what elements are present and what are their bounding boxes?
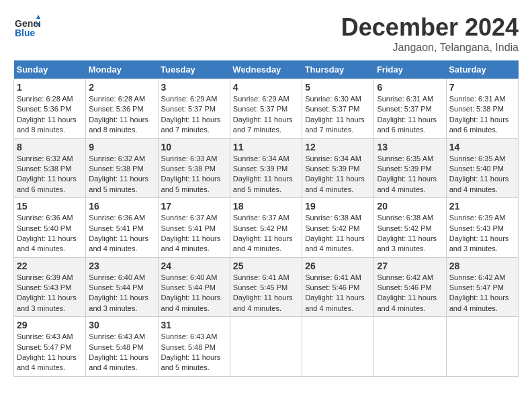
calendar-cell: 4 Sunrise: 6:29 AM Sunset: 5:37 PM Dayli…	[230, 79, 302, 139]
day-number: 21	[449, 201, 515, 212]
day-number: 10	[161, 142, 227, 152]
day-number: 16	[89, 201, 154, 212]
day-number: 4	[233, 82, 299, 93]
day-info: Sunrise: 6:43 AM Sunset: 5:47 PM Dayligh…	[17, 332, 83, 373]
col-header-tuesday: Tuesday	[158, 60, 230, 79]
calendar-cell: 11 Sunrise: 6:34 AM Sunset: 5:39 PM Dayl…	[230, 138, 302, 198]
day-info: Sunrise: 6:33 AM Sunset: 5:38 PM Dayligh…	[161, 154, 227, 195]
day-info: Sunrise: 6:32 AM Sunset: 5:38 PM Dayligh…	[89, 154, 154, 195]
day-info: Sunrise: 6:35 AM Sunset: 5:40 PM Dayligh…	[449, 154, 515, 195]
day-number: 3	[161, 82, 227, 93]
day-info: Sunrise: 6:36 AM Sunset: 5:41 PM Dayligh…	[89, 213, 154, 255]
day-info: Sunrise: 6:38 AM Sunset: 5:42 PM Dayligh…	[377, 213, 443, 255]
calendar-week-row: 15 Sunrise: 6:36 AM Sunset: 5:40 PM Dayl…	[14, 198, 519, 258]
day-info: Sunrise: 6:35 AM Sunset: 5:39 PM Dayligh…	[377, 154, 443, 195]
calendar-week-row: 29 Sunrise: 6:43 AM Sunset: 5:47 PM Dayl…	[14, 317, 519, 377]
day-info: Sunrise: 6:28 AM Sunset: 5:36 PM Dayligh…	[17, 94, 83, 136]
day-number: 1	[17, 82, 83, 93]
calendar-week-row: 22 Sunrise: 6:39 AM Sunset: 5:43 PM Dayl…	[14, 257, 519, 317]
day-number: 26	[305, 261, 371, 271]
col-header-thursday: Thursday	[302, 60, 374, 79]
title-section: December 2024 Jangaon, Telangana, India	[341, 13, 519, 54]
calendar-cell: 15 Sunrise: 6:36 AM Sunset: 5:40 PM Dayl…	[14, 198, 86, 258]
day-number: 29	[17, 320, 83, 330]
day-info: Sunrise: 6:39 AM Sunset: 5:43 PM Dayligh…	[17, 273, 83, 314]
calendar-cell: 12 Sunrise: 6:34 AM Sunset: 5:39 PM Dayl…	[302, 138, 374, 198]
logo: General Blue	[13, 13, 40, 43]
calendar-cell: 22 Sunrise: 6:39 AM Sunset: 5:43 PM Dayl…	[14, 257, 86, 317]
calendar-cell: 6 Sunrise: 6:31 AM Sunset: 5:37 PM Dayli…	[374, 79, 446, 139]
logo-icon: General Blue	[13, 13, 40, 43]
day-number: 6	[377, 82, 443, 93]
day-info: Sunrise: 6:39 AM Sunset: 5:43 PM Dayligh…	[449, 213, 515, 255]
day-info: Sunrise: 6:29 AM Sunset: 5:37 PM Dayligh…	[161, 94, 227, 136]
calendar-cell: 21 Sunrise: 6:39 AM Sunset: 5:43 PM Dayl…	[446, 198, 518, 258]
calendar-cell: 27 Sunrise: 6:42 AM Sunset: 5:46 PM Dayl…	[374, 257, 446, 317]
calendar-header-row: SundayMondayTuesdayWednesdayThursdayFrid…	[14, 60, 519, 79]
page-header: General Blue December 2024 Jangaon, Tela…	[13, 13, 519, 54]
calendar-cell: 20 Sunrise: 6:38 AM Sunset: 5:42 PM Dayl…	[374, 198, 446, 258]
calendar-cell: 14 Sunrise: 6:35 AM Sunset: 5:40 PM Dayl…	[446, 138, 518, 198]
calendar-cell: 25 Sunrise: 6:41 AM Sunset: 5:45 PM Dayl…	[230, 257, 302, 317]
calendar-cell: 13 Sunrise: 6:35 AM Sunset: 5:39 PM Dayl…	[374, 138, 446, 198]
calendar-cell: 2 Sunrise: 6:28 AM Sunset: 5:36 PM Dayli…	[86, 79, 158, 139]
day-number: 27	[377, 261, 443, 271]
day-info: Sunrise: 6:42 AM Sunset: 5:47 PM Dayligh…	[449, 273, 515, 314]
calendar-cell: 5 Sunrise: 6:30 AM Sunset: 5:37 PM Dayli…	[302, 79, 374, 139]
day-info: Sunrise: 6:40 AM Sunset: 5:44 PM Dayligh…	[161, 273, 227, 314]
calendar-cell: 8 Sunrise: 6:32 AM Sunset: 5:38 PM Dayli…	[14, 138, 86, 198]
day-number: 22	[17, 261, 83, 271]
calendar-cell: 23 Sunrise: 6:40 AM Sunset: 5:44 PM Dayl…	[86, 257, 158, 317]
col-header-wednesday: Wednesday	[230, 60, 302, 79]
day-info: Sunrise: 6:30 AM Sunset: 5:37 PM Dayligh…	[305, 94, 371, 136]
day-info: Sunrise: 6:42 AM Sunset: 5:46 PM Dayligh…	[377, 273, 443, 314]
calendar-cell	[230, 317, 302, 377]
calendar-cell: 17 Sunrise: 6:37 AM Sunset: 5:41 PM Dayl…	[158, 198, 230, 258]
day-number: 28	[449, 261, 515, 271]
day-info: Sunrise: 6:32 AM Sunset: 5:38 PM Dayligh…	[17, 154, 83, 195]
day-number: 14	[449, 142, 515, 152]
location: Jangaon, Telangana, India	[341, 42, 519, 54]
day-number: 30	[89, 320, 154, 330]
day-info: Sunrise: 6:38 AM Sunset: 5:42 PM Dayligh…	[305, 213, 371, 255]
calendar-cell: 18 Sunrise: 6:37 AM Sunset: 5:42 PM Dayl…	[230, 198, 302, 258]
calendar-cell	[446, 317, 518, 377]
day-number: 24	[161, 261, 227, 271]
day-number: 15	[17, 201, 83, 212]
day-info: Sunrise: 6:37 AM Sunset: 5:42 PM Dayligh…	[233, 213, 299, 255]
day-info: Sunrise: 6:41 AM Sunset: 5:45 PM Dayligh…	[233, 273, 299, 314]
day-info: Sunrise: 6:41 AM Sunset: 5:46 PM Dayligh…	[305, 273, 371, 314]
day-number: 7	[449, 82, 515, 93]
day-info: Sunrise: 6:37 AM Sunset: 5:41 PM Dayligh…	[161, 213, 227, 255]
day-info: Sunrise: 6:31 AM Sunset: 5:38 PM Dayligh…	[449, 94, 515, 136]
day-info: Sunrise: 6:34 AM Sunset: 5:39 PM Dayligh…	[305, 154, 371, 195]
day-number: 17	[161, 201, 227, 212]
day-info: Sunrise: 6:40 AM Sunset: 5:44 PM Dayligh…	[89, 273, 154, 314]
calendar-cell: 1 Sunrise: 6:28 AM Sunset: 5:36 PM Dayli…	[14, 79, 86, 139]
day-info: Sunrise: 6:43 AM Sunset: 5:48 PM Dayligh…	[89, 332, 154, 373]
day-info: Sunrise: 6:31 AM Sunset: 5:37 PM Dayligh…	[377, 94, 443, 136]
day-number: 9	[89, 142, 154, 152]
col-header-saturday: Saturday	[446, 60, 518, 79]
day-number: 13	[377, 142, 443, 152]
day-number: 11	[233, 142, 299, 152]
calendar-cell: 31 Sunrise: 6:43 AM Sunset: 5:48 PM Dayl…	[158, 317, 230, 377]
month-title: December 2024	[341, 13, 519, 42]
col-header-monday: Monday	[86, 60, 158, 79]
calendar-cell: 19 Sunrise: 6:38 AM Sunset: 5:42 PM Dayl…	[302, 198, 374, 258]
calendar-cell	[374, 317, 446, 377]
calendar-cell: 28 Sunrise: 6:42 AM Sunset: 5:47 PM Dayl…	[446, 257, 518, 317]
day-number: 23	[89, 261, 154, 271]
day-info: Sunrise: 6:34 AM Sunset: 5:39 PM Dayligh…	[233, 154, 299, 195]
calendar-cell: 30 Sunrise: 6:43 AM Sunset: 5:48 PM Dayl…	[86, 317, 158, 377]
calendar-cell: 26 Sunrise: 6:41 AM Sunset: 5:46 PM Dayl…	[302, 257, 374, 317]
calendar-cell: 29 Sunrise: 6:43 AM Sunset: 5:47 PM Dayl…	[14, 317, 86, 377]
svg-marker-2	[36, 15, 40, 19]
day-number: 25	[233, 261, 299, 271]
calendar-cell	[302, 317, 374, 377]
col-header-sunday: Sunday	[14, 60, 86, 79]
calendar-cell: 9 Sunrise: 6:32 AM Sunset: 5:38 PM Dayli…	[86, 138, 158, 198]
day-number: 18	[233, 201, 299, 212]
calendar-cell: 24 Sunrise: 6:40 AM Sunset: 5:44 PM Dayl…	[158, 257, 230, 317]
svg-text:Blue: Blue	[15, 28, 36, 38]
